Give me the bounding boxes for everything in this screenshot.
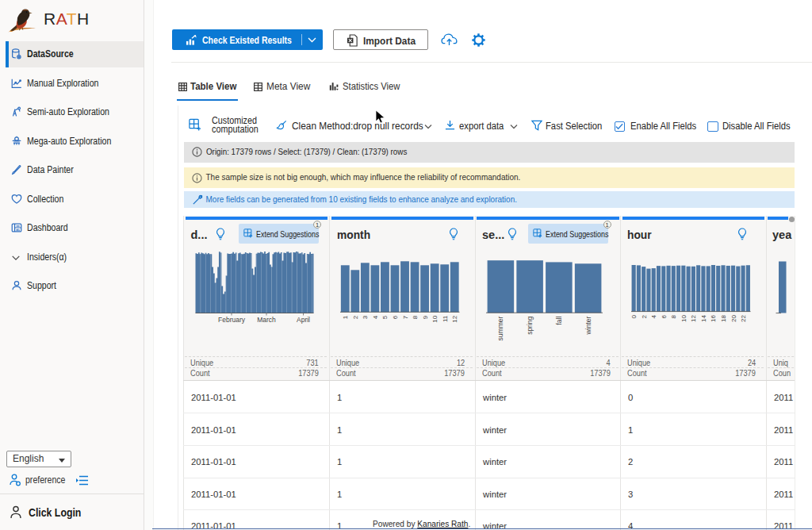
svg-text:10: 10 — [431, 315, 439, 322]
svg-text:9: 9 — [422, 315, 429, 319]
svg-text:spring: spring — [526, 316, 534, 334]
svg-text:16: 16 — [710, 315, 717, 322]
svg-text:8: 8 — [670, 315, 677, 319]
svg-text:10: 10 — [680, 315, 688, 322]
svg-text:5: 5 — [381, 315, 389, 319]
svg-text:3: 3 — [362, 315, 369, 319]
svg-text:6: 6 — [661, 315, 668, 319]
svg-text:12: 12 — [690, 315, 697, 322]
svg-text:April: April — [297, 316, 310, 324]
svg-text:12: 12 — [451, 315, 458, 322]
svg-text:8: 8 — [412, 315, 419, 319]
svg-text:0: 0 — [630, 315, 638, 319]
svg-text:22: 22 — [740, 315, 747, 322]
svg-text:winter: winter — [584, 317, 592, 336]
svg-text:2: 2 — [352, 315, 359, 319]
svg-text:fall: fall — [555, 317, 563, 325]
svg-text:11: 11 — [442, 315, 449, 322]
svg-text:March: March — [257, 316, 276, 324]
svg-text:4: 4 — [372, 315, 379, 319]
svg-text:1: 1 — [342, 315, 349, 319]
svg-text:February: February — [218, 316, 246, 324]
svg-text:2: 2 — [641, 315, 648, 319]
svg-text:summer: summer — [496, 317, 504, 341]
svg-text:14: 14 — [700, 315, 707, 322]
svg-text:4: 4 — [650, 315, 657, 319]
svg-text:18: 18 — [720, 315, 727, 322]
svg-text:20: 20 — [730, 315, 737, 322]
svg-text:6: 6 — [392, 315, 399, 319]
svg-text:7: 7 — [402, 315, 409, 319]
